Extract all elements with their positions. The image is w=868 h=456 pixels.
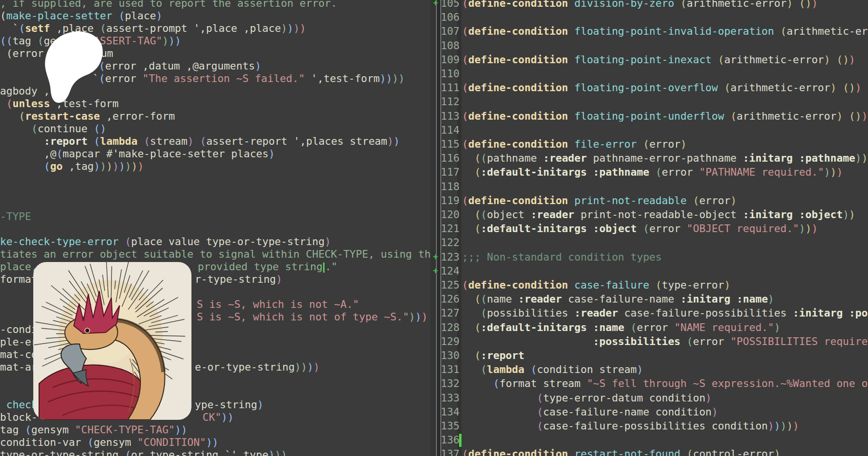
code-line[interactable]: 106 [441,11,868,26]
code-line[interactable]: 121 (:default-initargs :object (error "O… [441,222,868,237]
code-line[interactable]: 111(define-condition floating-point-over… [441,82,868,96]
line-number: 133 [441,392,457,404]
line-number: 131 [441,363,457,375]
code-line[interactable]: 125(define-condition case-failure (type-… [441,279,868,293]
code-line[interactable]: 116 ((pathname :reader pathname-error-pa… [441,152,868,166]
code-line[interactable]: 120 ((object :reader print-not-readable-… [441,208,868,223]
code-line[interactable]: 113(define-condition floating-point-unde… [441,110,868,124]
active-cursor [459,434,461,447]
line-number: 106 [441,11,457,23]
code-line[interactable]: 126 ((name :reader case-failure-name :in… [441,293,868,307]
code-line[interactable]: 119(define-condition print-not-readable … [441,194,868,209]
code-line[interactable]: 114 [441,124,868,138]
line-number: 121 [441,222,457,235]
line-number: 118 [441,180,457,193]
code-line[interactable]: 107(define-condition floating-point-inva… [441,25,868,40]
window-divider[interactable] [431,0,441,456]
line-number: 137 [441,448,457,456]
code-line[interactable]: 122 [441,236,868,251]
line-number: 109 [441,54,457,66]
code-line[interactable]: 105(define-condition division-by-zero (a… [441,0,868,12]
line-number: 111 [441,82,457,94]
bird-eye [85,328,90,333]
code-line[interactable]: 133 (type-error-datum condition) [441,392,868,406]
line-number: 112 [441,96,457,108]
code-line[interactable]: 123;;; Non-standard condition types [441,251,868,265]
diff-added-marker: + [431,266,440,276]
code-line[interactable]: 108 [441,40,868,54]
diff-added-marker: + [431,252,440,262]
white-blob-overlay [37,28,109,106]
line-number: 130 [441,349,457,361]
right-editor-pane[interactable]: 105(define-condition division-by-zero (a… [441,0,868,456]
line-number: 108 [441,40,457,52]
line-number: 116 [441,152,457,164]
line-number: 117 [441,166,457,178]
code-line[interactable]: 112 [441,96,868,110]
code-line[interactable]: 134 (case-failure-name condition) [441,406,868,420]
line-number: 136 [441,434,457,446]
line-number: 134 [441,406,457,418]
line-number: 127 [441,307,457,319]
line-number: 125 [441,279,457,291]
code-line[interactable]: 118 [441,180,868,195]
line-number: 122 [441,236,457,249]
line-number: 113 [441,110,457,122]
line-number: 123 [441,251,457,263]
code-line[interactable]: 127 (possibilities :reader case-failure-… [441,307,868,321]
emacs-frame: , if supplied, are used to report the as… [0,0,868,456]
line-number: 128 [441,321,457,333]
code-line[interactable]: 135 (case-failure-possibilities conditio… [441,420,868,434]
text-cursor [323,263,325,273]
line-number: 115 [441,138,457,150]
line-number: 105 [441,0,457,9]
line-number: 132 [441,377,457,389]
code-line[interactable]: 109(define-condition floating-point-inex… [441,54,868,68]
line-number: 114 [441,124,457,136]
line-number: 107 [441,25,457,37]
code-line[interactable]: 130 (:report [441,349,868,364]
code-line[interactable]: 132 (format stream "~S fell through ~S e… [441,377,868,392]
code-line[interactable]: 129 :possibilities (error "POSSIBILITIES… [441,335,868,350]
code-line[interactable]: 115(define-condition file-error (error) [441,138,868,152]
line-number: 124 [441,265,457,277]
code-line[interactable]: 131 (lambda (condition stream) [441,363,868,378]
line-number: 135 [441,420,457,432]
line-number: 120 [441,208,457,221]
code-line[interactable]: 137(define-condition restart-not-found (… [441,448,868,456]
code-line[interactable]: 124 [441,265,868,279]
line-number: 129 [441,335,457,347]
code-line[interactable]: 117 (:default-initargs :pathname (error … [441,166,868,180]
code-line[interactable]: 128 (:default-initargs :name (error "NAM… [441,321,868,336]
line-number: 119 [441,194,457,207]
phoenix-illustration [33,262,191,420]
code-line[interactable]: 110 [441,68,868,82]
line-number: 110 [441,68,457,80]
diff-added-marker: + [431,0,440,8]
line-number: 126 [441,293,457,305]
code-line[interactable]: 136 [441,434,868,448]
